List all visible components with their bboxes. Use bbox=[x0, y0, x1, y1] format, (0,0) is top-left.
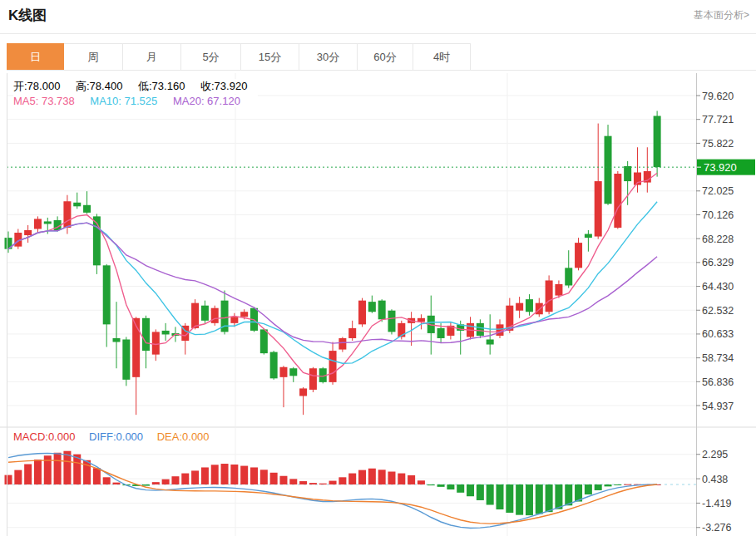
macd-hist-bar bbox=[516, 484, 523, 515]
y-axis-tick-label: 58.734 bbox=[702, 352, 734, 364]
candle-body bbox=[358, 301, 366, 325]
candle-body bbox=[516, 303, 523, 311]
macd-hist-bar bbox=[162, 479, 170, 484]
macd-hist-bar bbox=[14, 470, 22, 484]
macd-hist-bar bbox=[506, 484, 513, 513]
candle-body bbox=[329, 351, 337, 382]
macd-hist-bar bbox=[338, 477, 346, 484]
candle-body bbox=[34, 219, 42, 229]
candle-body bbox=[487, 339, 494, 344]
candle-body bbox=[309, 368, 317, 390]
macd-hist-bar bbox=[299, 481, 307, 484]
macd-hist-bar bbox=[191, 470, 199, 484]
header-divider bbox=[0, 33, 756, 34]
candle-body bbox=[555, 284, 562, 296]
low-value: 低:73.160 bbox=[138, 80, 185, 92]
candle-body bbox=[595, 181, 602, 236]
macd-hist-bar bbox=[270, 473, 278, 484]
macd-hist-bar bbox=[348, 474, 356, 484]
macd-hist-bar bbox=[24, 465, 32, 484]
macd-hist-bar bbox=[595, 484, 602, 490]
ma5-value: MA5: 73.738 bbox=[13, 95, 75, 107]
candle-body bbox=[83, 205, 91, 213]
candle-body bbox=[230, 317, 238, 323]
candle-body bbox=[191, 303, 199, 328]
candle-body bbox=[152, 332, 160, 354]
macd-hist-bar bbox=[83, 460, 91, 484]
macd-hist-bar bbox=[536, 484, 543, 514]
macd-hist-bar bbox=[289, 479, 297, 484]
macd-hist-bar bbox=[309, 483, 317, 484]
candle-body bbox=[585, 234, 592, 238]
tab-period-5min[interactable]: 5分 bbox=[181, 43, 241, 70]
macd-hist-bar bbox=[388, 472, 395, 484]
tab-period-15min[interactable]: 15分 bbox=[241, 43, 299, 70]
candle-body bbox=[654, 116, 661, 167]
macd-hist-bar bbox=[546, 484, 553, 512]
diff-value: DIFF:0.000 bbox=[89, 430, 143, 443]
candle-body bbox=[103, 265, 111, 324]
y-axis-tick-label: 60.633 bbox=[702, 328, 734, 340]
candle-body bbox=[477, 323, 484, 336]
page-title: K线图 bbox=[8, 6, 47, 25]
tab-period-4hour[interactable]: 4时 bbox=[413, 43, 471, 70]
macd-hist-bar bbox=[171, 476, 179, 484]
tab-period-60min[interactable]: 60分 bbox=[358, 43, 413, 70]
macd-axis-tick-label: -1.419 bbox=[702, 498, 731, 509]
macd-axis-tick-label: 0.438 bbox=[702, 474, 728, 485]
macd-hist-bar bbox=[368, 469, 376, 484]
macd-hist-bar bbox=[624, 484, 631, 485]
candle-body bbox=[546, 280, 553, 312]
candle-body bbox=[388, 311, 395, 332]
candle-body bbox=[437, 328, 445, 338]
macd-hist-bar bbox=[181, 474, 189, 484]
candle-body bbox=[44, 221, 52, 224]
candle-body bbox=[240, 312, 248, 317]
macd-hist-bar bbox=[467, 484, 474, 496]
candle-body bbox=[211, 308, 219, 323]
macd-hist-bar bbox=[408, 475, 415, 484]
macd-hist-bar bbox=[555, 484, 562, 509]
macd-hist-bar bbox=[329, 481, 337, 484]
tab-period-month[interactable]: 月 bbox=[123, 43, 181, 70]
candle-body bbox=[63, 201, 71, 228]
tab-period-day[interactable]: 日 bbox=[7, 43, 64, 70]
ma-legend: MA5: 73.738 MA10: 71.525 MA20: 67.120 bbox=[13, 95, 258, 107]
candle-body bbox=[122, 339, 130, 379]
tab-period-30min[interactable]: 30分 bbox=[299, 43, 358, 70]
y-axis-tick-label: 56.836 bbox=[702, 376, 734, 388]
y-axis-tick-label: 72.025 bbox=[702, 185, 734, 197]
macd-hist-bar bbox=[113, 483, 121, 484]
macd-hist-bar bbox=[457, 484, 464, 493]
macd-hist-bar bbox=[34, 460, 42, 484]
candle-body bbox=[624, 166, 631, 181]
y-axis-tick-label: 70.126 bbox=[702, 209, 734, 221]
macd-hist-bar bbox=[201, 467, 209, 484]
macd-hist-bar bbox=[152, 482, 160, 484]
macd-hist-bar bbox=[614, 484, 621, 485]
fundamental-analysis-link[interactable]: 基本面分析> bbox=[694, 8, 749, 22]
y-axis-tick-label: 62.532 bbox=[702, 305, 734, 317]
macd-hist-bar bbox=[418, 480, 425, 484]
candle-body bbox=[270, 352, 278, 379]
macd-hist-bar bbox=[437, 484, 445, 487]
candle-body bbox=[260, 329, 268, 353]
tab-period-week[interactable]: 周 bbox=[64, 43, 123, 70]
macd-hist-bar bbox=[427, 484, 435, 485]
y-axis-tick-label: 54.937 bbox=[702, 401, 734, 412]
y-axis-tick-label: 75.822 bbox=[702, 138, 734, 150]
macd-axis-tick-label: 2.295 bbox=[702, 449, 728, 460]
macd-hist-bar bbox=[526, 484, 533, 515]
candle-body bbox=[162, 331, 170, 335]
candle-body bbox=[113, 338, 121, 342]
candle-body bbox=[575, 243, 582, 268]
kline-chart-area[interactable]: 79.62077.72175.82272.02570.12668.22866.3… bbox=[0, 73, 756, 536]
macd-hist-bar bbox=[221, 464, 229, 484]
macd-hist-bar bbox=[279, 476, 287, 484]
macd-hist-bar bbox=[250, 467, 258, 484]
macd-hist-bar bbox=[358, 470, 366, 484]
candle-body bbox=[368, 302, 376, 312]
macd-hist-bar bbox=[447, 484, 454, 489]
candle-body bbox=[289, 368, 297, 376]
candle-body bbox=[24, 230, 32, 235]
